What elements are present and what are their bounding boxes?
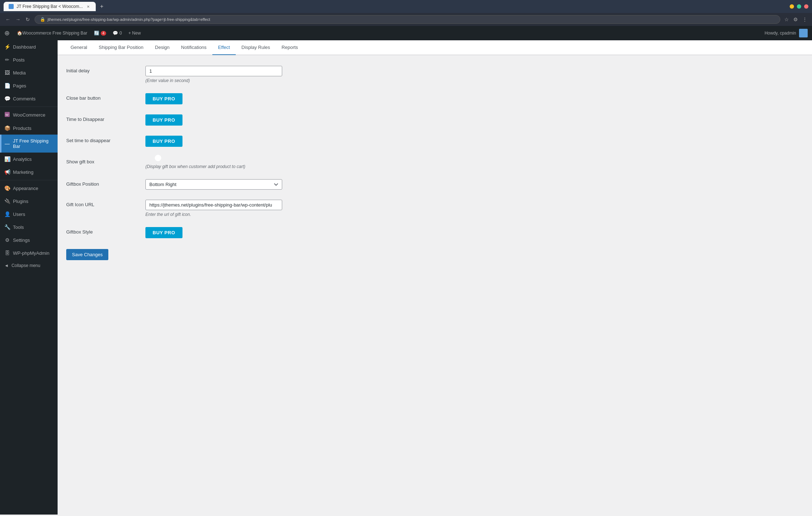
gift-icon-url-input[interactable] <box>145 200 282 210</box>
sidebar-item-label: JT Free Shipping Bar <box>13 138 53 149</box>
tab-favicon <box>9 4 14 9</box>
active-browser-tab[interactable]: JT Free Shipping Bar < Woocom... ✕ <box>4 2 96 11</box>
collapse-menu-label: Collapse menu <box>12 263 40 268</box>
user-avatar[interactable] <box>799 29 808 37</box>
maximize-button[interactable] <box>797 4 801 9</box>
close-button[interactable] <box>804 4 808 9</box>
tools-icon: 🔧 <box>4 224 10 230</box>
woocommerce-icon: W <box>4 112 10 118</box>
sidebar-item-products[interactable]: 📦 Products <box>0 122 58 135</box>
browser-chrome: JT Free Shipping Bar < Woocom... ✕ + <box>0 0 812 13</box>
plugins-icon: 🔌 <box>4 198 10 204</box>
time-disappear-buy-pro-button[interactable]: BUY PRO <box>145 114 182 126</box>
back-button[interactable]: ← <box>4 15 12 23</box>
sidebar-item-label: WP-phpMyAdmin <box>13 250 49 256</box>
site-name-bar-item[interactable]: 🏠 Woocommerce Free Shipping Bar <box>14 26 90 40</box>
window-controls <box>790 4 808 9</box>
tab-general[interactable]: General <box>65 40 93 55</box>
tab-display-rules[interactable]: Display Rules <box>236 40 276 55</box>
admin-bar-items: 🏠 Woocommerce Free Shipping Bar 🔄 4 💬 0 … <box>14 26 760 40</box>
sidebar-item-label: Tools <box>13 225 24 230</box>
collapse-menu-button[interactable]: ◄ Collapse menu <box>0 259 58 272</box>
admin-layout: ⚡ Dashboard ✏ Posts 🖼 Media 📄 Pages 💬 Co… <box>0 40 812 515</box>
bookmark-button[interactable]: ☆ <box>783 15 790 23</box>
admin-bar-right: Howdy, cpadmin <box>764 29 808 37</box>
giftbox-position-select[interactable]: Bottom Right Bottom Left Top Right Top L… <box>145 179 282 190</box>
media-icon: 🖼 <box>4 70 10 76</box>
sidebar-item-dashboard[interactable]: ⚡ Dashboard <box>0 40 58 53</box>
sidebar-item-settings[interactable]: ⚙ Settings <box>0 234 58 246</box>
giftbox-position-control: Bottom Right Bottom Left Top Right Top L… <box>145 179 803 190</box>
show-gift-box-label: Show gift box <box>66 157 145 164</box>
url-text: jthemes.net/plugins/free-shipping-bar/wp… <box>48 17 775 22</box>
gift-icon-url-row: Gift Icon URL Enter the url of gift icon… <box>66 200 803 217</box>
tab-notifications[interactable]: Notifications <box>175 40 212 55</box>
menu-button[interactable]: ⋮ <box>801 15 808 23</box>
tab-shipping-bar-position[interactable]: Shipping Bar Position <box>93 40 149 55</box>
sidebar-item-label: Analytics <box>13 157 32 162</box>
giftbox-style-label: Giftbox Style <box>66 227 145 235</box>
giftbox-style-control: BUY PRO <box>145 227 803 238</box>
sidebar-item-label: Settings <box>13 237 30 243</box>
save-changes-button[interactable]: Save Changes <box>66 249 108 260</box>
wp-admin-bar: ⊕ 🏠 Woocommerce Free Shipping Bar 🔄 4 💬 … <box>0 26 812 40</box>
save-changes-section: Save Changes <box>66 249 803 260</box>
close-bar-buy-pro-button[interactable]: BUY PRO <box>145 93 182 104</box>
sidebar-separator-1 <box>0 107 58 107</box>
sidebar-item-appearance[interactable]: 🎨 Appearance <box>0 182 58 195</box>
sidebar-item-label: Users <box>13 212 25 217</box>
sidebar-item-tools[interactable]: 🔧 Tools <box>0 221 58 234</box>
sidebar-item-pages[interactable]: 📄 Pages <box>0 79 58 92</box>
new-content-bar-item[interactable]: + New <box>126 26 144 40</box>
tab-close-button[interactable]: ✕ <box>86 4 91 9</box>
sidebar-item-wp-phpmyadmin[interactable]: 🗄 WP-phpMyAdmin <box>0 246 58 259</box>
set-time-buy-pro-button[interactable]: BUY PRO <box>145 136 182 147</box>
sidebar: ⚡ Dashboard ✏ Posts 🖼 Media 📄 Pages 💬 Co… <box>0 40 58 515</box>
analytics-icon: 📊 <box>4 156 10 162</box>
sidebar-item-media[interactable]: 🖼 Media <box>0 66 58 79</box>
initial-delay-input[interactable] <box>145 66 282 76</box>
show-gift-box-hint: (Display gift box when customer add prod… <box>145 164 803 169</box>
initial-delay-control: (Enter value in second) <box>145 66 803 83</box>
tab-effect[interactable]: Effect <box>212 40 236 55</box>
url-bar[interactable]: 🔒 jthemes.net/plugins/free-shipping-bar/… <box>35 15 780 24</box>
marketing-icon: 📢 <box>4 169 10 175</box>
giftbox-position-label: Giftbox Position <box>66 179 145 187</box>
posts-icon: ✏ <box>4 57 10 63</box>
tabs-header: General Shipping Bar Position Design Not… <box>58 40 812 55</box>
sidebar-item-users[interactable]: 👤 Users <box>0 208 58 221</box>
close-bar-button-row: Close bar button BUY PRO <box>66 93 803 104</box>
gift-icon-url-label: Gift Icon URL <box>66 200 145 207</box>
updates-bar-item[interactable]: 🔄 4 <box>91 26 109 40</box>
svg-text:W: W <box>5 113 9 117</box>
sidebar-item-label: WooCommerce <box>13 112 45 118</box>
sidebar-item-jt-free-shipping[interactable]: — JT Free Shipping Bar <box>0 135 58 153</box>
appearance-icon: 🎨 <box>4 185 10 191</box>
close-bar-button-label: Close bar button <box>66 93 145 101</box>
refresh-button[interactable]: ↻ <box>24 15 32 23</box>
extensions-button[interactable]: ⚙ <box>792 15 799 23</box>
gift-icon-url-control: Enter the url of gift icon. <box>145 200 803 217</box>
giftbox-style-buy-pro-button[interactable]: BUY PRO <box>145 227 182 238</box>
sidebar-item-marketing[interactable]: 📢 Marketing <box>0 166 58 178</box>
jt-shipping-icon: — <box>4 141 10 146</box>
new-tab-button[interactable]: + <box>97 2 106 11</box>
time-to-disappear-control: BUY PRO <box>145 114 803 126</box>
sidebar-item-posts[interactable]: ✏ Posts <box>0 53 58 66</box>
settings-icon: ⚙ <box>4 237 10 243</box>
sidebar-item-plugins[interactable]: 🔌 Plugins <box>0 195 58 208</box>
comments-bar-item[interactable]: 💬 0 <box>110 26 125 40</box>
sidebar-item-label: Comments <box>13 96 36 101</box>
collapse-arrow-icon: ◄ <box>4 263 9 268</box>
forward-button[interactable]: → <box>14 15 22 23</box>
tab-reports[interactable]: Reports <box>276 40 304 55</box>
tab-design[interactable]: Design <box>149 40 175 55</box>
effect-tab-content: Initial delay (Enter value in second) Cl… <box>58 55 812 271</box>
sidebar-item-label: Posts <box>13 57 25 63</box>
sidebar-item-woocommerce[interactable]: W WooCommerce <box>0 108 58 122</box>
giftbox-position-row: Giftbox Position Bottom Right Bottom Lef… <box>66 179 803 190</box>
minimize-button[interactable] <box>790 4 794 9</box>
updates-count: 4 <box>101 31 107 36</box>
sidebar-item-analytics[interactable]: 📊 Analytics <box>0 153 58 166</box>
sidebar-item-comments[interactable]: 💬 Comments <box>0 92 58 105</box>
